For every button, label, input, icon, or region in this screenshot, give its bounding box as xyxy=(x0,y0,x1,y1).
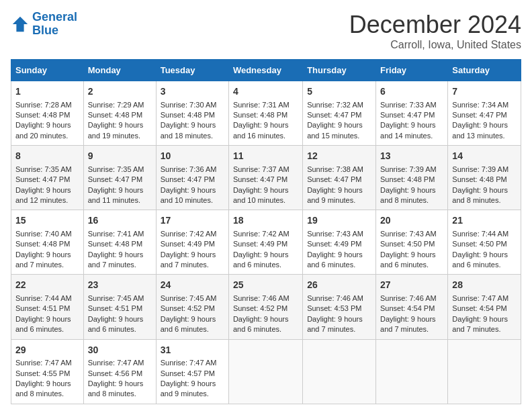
sunrise-label: Sunrise: 7:47 AM xyxy=(15,359,72,367)
sunset-label: Sunset: 4:49 PM xyxy=(307,240,361,248)
sunrise-label: Sunrise: 7:35 AM xyxy=(88,165,144,173)
sunset-label: Sunset: 4:47 PM xyxy=(307,111,361,119)
calendar-cell: 13Sunrise: 7:39 AMSunset: 4:48 PMDayligh… xyxy=(376,146,448,210)
calendar-cell: 2Sunrise: 7:29 AMSunset: 4:48 PMDaylight… xyxy=(83,81,156,146)
calendar-cell: 6Sunrise: 7:33 AMSunset: 4:47 PMDaylight… xyxy=(376,81,448,146)
day-header-thursday: Thursday xyxy=(303,60,376,81)
calendar-cell xyxy=(376,339,448,404)
day-number: 29 xyxy=(15,344,79,357)
day-number: 7 xyxy=(452,85,517,99)
calendar-cell: 17Sunrise: 7:42 AMSunset: 4:49 PMDayligh… xyxy=(156,210,228,275)
sunrise-label: Sunrise: 7:44 AM xyxy=(452,230,508,238)
sunset-label: Sunset: 4:47 PM xyxy=(380,111,435,119)
day-number: 14 xyxy=(452,150,517,163)
daylight-label: Daylight: 9 hours and 6 minutes. xyxy=(233,250,289,269)
logo-general: General xyxy=(32,10,77,24)
day-number: 25 xyxy=(233,279,298,292)
calendar-cell: 9Sunrise: 7:35 AMSunset: 4:47 PMDaylight… xyxy=(83,146,156,210)
day-number: 13 xyxy=(380,150,443,163)
sunrise-label: Sunrise: 7:33 AM xyxy=(380,101,437,109)
sunrise-label: Sunrise: 7:45 AM xyxy=(161,294,217,302)
sunset-label: Sunset: 4:51 PM xyxy=(88,304,142,312)
day-number: 3 xyxy=(161,85,224,99)
calendar-cell: 23Sunrise: 7:45 AMSunset: 4:51 PMDayligh… xyxy=(83,275,156,339)
daylight-label: Daylight: 9 hours and 12 minutes. xyxy=(15,186,71,204)
calendar-cell: 21Sunrise: 7:44 AMSunset: 4:50 PMDayligh… xyxy=(448,210,521,275)
sunrise-label: Sunrise: 7:47 AM xyxy=(161,359,217,367)
sunset-label: Sunset: 4:47 PM xyxy=(233,175,287,183)
sunset-label: Sunset: 4:48 PM xyxy=(161,111,215,119)
sunset-label: Sunset: 4:51 PM xyxy=(15,304,70,312)
week-row-2: 8Sunrise: 7:35 AMSunset: 4:47 PMDaylight… xyxy=(11,146,521,210)
calendar-cell: 12Sunrise: 7:38 AMSunset: 4:47 PMDayligh… xyxy=(303,146,376,210)
sunset-label: Sunset: 4:54 PM xyxy=(380,304,435,312)
daylight-label: Daylight: 9 hours and 15 minutes. xyxy=(307,121,363,139)
day-number: 20 xyxy=(380,214,443,228)
calendar-cell: 19Sunrise: 7:43 AMSunset: 4:49 PMDayligh… xyxy=(303,210,376,275)
calendar-cell: 26Sunrise: 7:46 AMSunset: 4:53 PMDayligh… xyxy=(303,275,376,339)
calendar-cell: 25Sunrise: 7:46 AMSunset: 4:52 PMDayligh… xyxy=(228,275,302,339)
sunset-label: Sunset: 4:56 PM xyxy=(88,369,142,377)
day-number: 26 xyxy=(307,279,371,292)
daylight-label: Daylight: 9 hours and 10 minutes. xyxy=(161,186,216,204)
sunrise-label: Sunrise: 7:43 AM xyxy=(307,230,363,238)
sunset-label: Sunset: 4:47 PM xyxy=(15,175,70,183)
sunrise-label: Sunrise: 7:46 AM xyxy=(233,294,290,302)
header-row: SundayMondayTuesdayWednesdayThursdayFrid… xyxy=(11,60,521,81)
day-number: 17 xyxy=(161,214,224,228)
sunset-label: Sunset: 4:48 PM xyxy=(233,111,287,119)
sunrise-label: Sunrise: 7:47 AM xyxy=(452,294,508,302)
calendar-cell xyxy=(303,339,376,404)
sunrise-label: Sunrise: 7:35 AM xyxy=(15,165,72,173)
daylight-label: Daylight: 9 hours and 8 minutes. xyxy=(452,186,508,204)
day-number: 4 xyxy=(233,85,298,99)
sunset-label: Sunset: 4:53 PM xyxy=(307,304,361,312)
calendar-cell: 28Sunrise: 7:47 AMSunset: 4:54 PMDayligh… xyxy=(448,275,521,339)
sunrise-label: Sunrise: 7:38 AM xyxy=(307,165,363,173)
daylight-label: Daylight: 9 hours and 13 minutes. xyxy=(452,121,508,139)
sunset-label: Sunset: 4:50 PM xyxy=(380,240,435,248)
calendar-cell: 27Sunrise: 7:46 AMSunset: 4:54 PMDayligh… xyxy=(376,275,448,339)
sunset-label: Sunset: 4:49 PM xyxy=(161,240,215,248)
daylight-label: Daylight: 9 hours and 6 minutes. xyxy=(161,315,216,333)
daylight-label: Daylight: 9 hours and 6 minutes. xyxy=(380,250,436,269)
header: General Blue December 2024 Carroll, Iowa… xyxy=(11,11,521,51)
sunrise-label: Sunrise: 7:45 AM xyxy=(88,294,144,302)
day-number: 30 xyxy=(88,344,152,357)
sunrise-label: Sunrise: 7:37 AM xyxy=(233,165,290,173)
logo-blue: Blue xyxy=(32,24,58,37)
daylight-label: Daylight: 9 hours and 9 minutes. xyxy=(161,379,216,398)
logo-icon xyxy=(11,15,30,34)
sunset-label: Sunset: 4:57 PM xyxy=(161,369,215,377)
day-number: 22 xyxy=(15,279,79,292)
day-number: 16 xyxy=(88,214,152,228)
daylight-label: Daylight: 9 hours and 14 minutes. xyxy=(380,121,436,139)
sunrise-label: Sunrise: 7:40 AM xyxy=(15,230,72,238)
daylight-label: Daylight: 9 hours and 7 minutes. xyxy=(15,250,71,269)
sunrise-label: Sunrise: 7:34 AM xyxy=(452,101,508,109)
daylight-label: Daylight: 9 hours and 8 minutes. xyxy=(380,186,436,204)
calendar-cell: 22Sunrise: 7:44 AMSunset: 4:51 PMDayligh… xyxy=(11,275,84,339)
sunrise-label: Sunrise: 7:28 AM xyxy=(15,101,72,109)
daylight-label: Daylight: 9 hours and 7 minutes. xyxy=(452,315,508,333)
day-number: 8 xyxy=(15,150,79,163)
sunrise-label: Sunrise: 7:32 AM xyxy=(307,101,363,109)
sunrise-label: Sunrise: 7:39 AM xyxy=(452,165,508,173)
calendar-cell: 24Sunrise: 7:45 AMSunset: 4:52 PMDayligh… xyxy=(156,275,228,339)
day-number: 12 xyxy=(307,150,371,163)
daylight-label: Daylight: 9 hours and 6 minutes. xyxy=(307,250,363,269)
calendar-cell: 11Sunrise: 7:37 AMSunset: 4:47 PMDayligh… xyxy=(228,146,302,210)
calendar-cell: 18Sunrise: 7:42 AMSunset: 4:49 PMDayligh… xyxy=(228,210,302,275)
logo: General Blue xyxy=(11,11,77,38)
day-number: 10 xyxy=(161,150,224,163)
day-number: 6 xyxy=(380,85,443,99)
sunset-label: Sunset: 4:54 PM xyxy=(452,304,506,312)
calendar-cell: 10Sunrise: 7:36 AMSunset: 4:47 PMDayligh… xyxy=(156,146,228,210)
calendar-cell: 3Sunrise: 7:30 AMSunset: 4:48 PMDaylight… xyxy=(156,81,228,146)
calendar-cell: 20Sunrise: 7:43 AMSunset: 4:50 PMDayligh… xyxy=(376,210,448,275)
sunrise-label: Sunrise: 7:41 AM xyxy=(88,230,144,238)
day-header-monday: Monday xyxy=(83,60,156,81)
sunset-label: Sunset: 4:48 PM xyxy=(15,111,70,119)
sunset-label: Sunset: 4:48 PM xyxy=(380,175,435,183)
calendar-cell: 30Sunrise: 7:47 AMSunset: 4:56 PMDayligh… xyxy=(83,339,156,404)
